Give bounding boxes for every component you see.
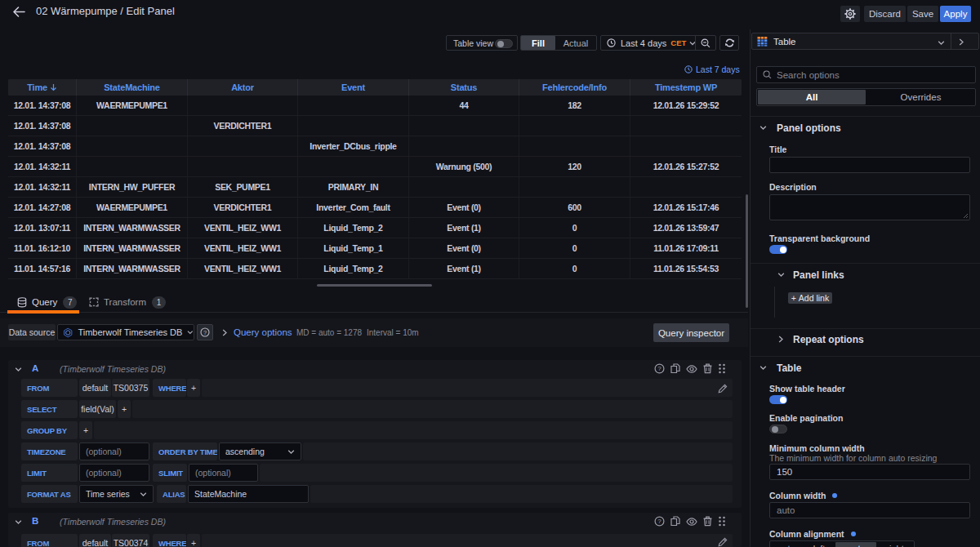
svg-text:?: ? — [203, 329, 207, 336]
svg-text:?: ? — [657, 365, 662, 372]
svg-text:?: ? — [657, 518, 662, 525]
